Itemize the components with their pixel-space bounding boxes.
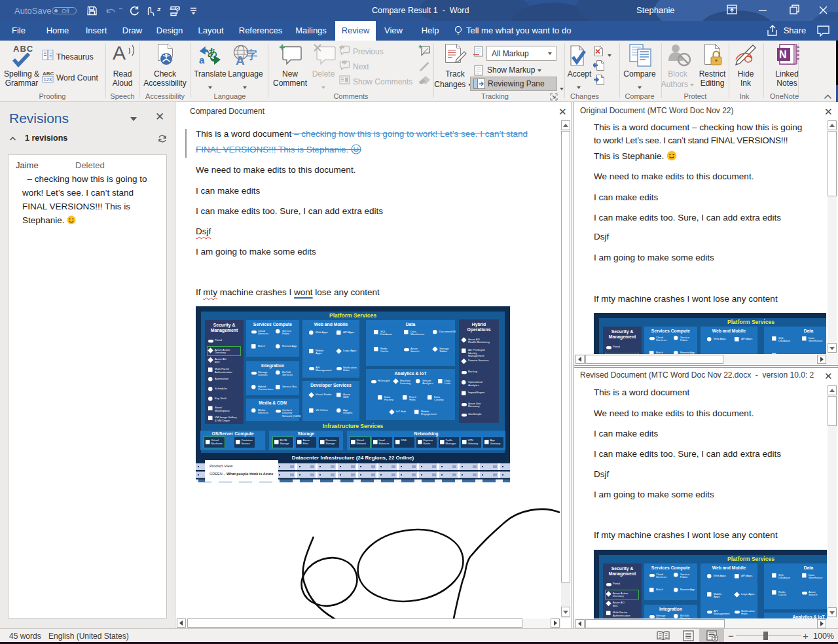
svg-text:ABC: ABC <box>43 71 54 77</box>
svg-text:123: 123 <box>44 77 52 82</box>
svg-text:A: A <box>236 54 245 67</box>
svg-text:a: a <box>199 54 205 65</box>
svg-text:あ: あ <box>208 46 217 58</box>
svg-text:N: N <box>779 49 787 60</box>
svg-text:字: 字 <box>246 48 257 62</box>
